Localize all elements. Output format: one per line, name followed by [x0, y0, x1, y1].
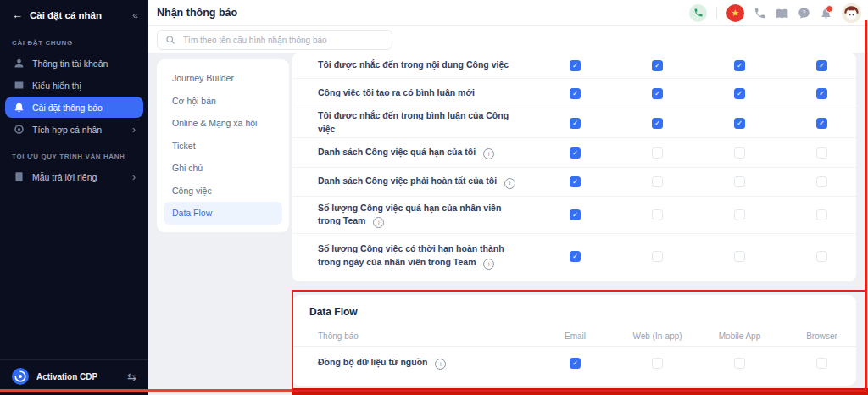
display-icon — [13, 80, 25, 92]
avatar[interactable] — [842, 3, 861, 23]
sidebar-item-display-style[interactable]: Kiểu hiển thị › — [5, 75, 143, 96]
checkbox-web-in-app-checked[interactable]: ✓ — [652, 88, 663, 99]
checkbox-web-in-app-checked[interactable]: ✓ — [652, 60, 663, 71]
sidebar-footer: Activation CDP ⇆ — [0, 359, 148, 395]
cell-web-in-app — [616, 209, 698, 220]
sidebar-item-account-info[interactable]: Thông tin tài khoản › — [5, 53, 143, 74]
table-row: Tôi được nhắc đến trong bình luận của Cô… — [292, 108, 856, 138]
checkbox-web-in-app-unchecked[interactable] — [652, 251, 663, 262]
checkbox-web-in-app-unchecked[interactable] — [652, 147, 663, 159]
checkbox-email-checked[interactable]: ✓ — [570, 88, 581, 99]
checkbox-browser-checked[interactable]: ✓ — [816, 118, 827, 129]
reply-template-icon — [13, 171, 25, 183]
search-box[interactable] — [157, 30, 392, 50]
sidebar-section-heading: CÀI ĐẶT CHUNG — [12, 39, 136, 47]
submenu-item-ticket[interactable]: Ticket — [164, 135, 282, 158]
notification-table-card: Tôi được nhắc đến trong nội dung Công vi… — [292, 53, 856, 281]
vietnam-flag-icon[interactable]: ★ — [726, 4, 744, 22]
page-title: Nhận thông báo — [157, 7, 237, 19]
cell-web-in-app — [616, 358, 698, 369]
switch-app-icon[interactable]: ⇆ — [127, 370, 136, 383]
column-header-mobile-app: Mobile App — [698, 331, 781, 341]
checkbox-browser-checked[interactable]: ✓ — [816, 60, 827, 71]
cell-mobile-app: ✓ — [698, 60, 781, 71]
checkbox-mobile-app-unchecked[interactable] — [734, 147, 745, 159]
info-icon[interactable]: i — [483, 259, 494, 270]
content-area: Journey BuilderCơ hội bánOnline & Mạng x… — [148, 53, 868, 395]
chevron-right-icon: › — [132, 171, 136, 183]
phone-icon[interactable] — [754, 7, 766, 19]
search-row — [148, 26, 868, 53]
call-icon[interactable] — [689, 4, 707, 22]
info-icon[interactable]: i — [483, 148, 494, 159]
notification-bell-icon[interactable] — [820, 7, 832, 19]
user-icon — [13, 58, 25, 70]
checkbox-web-in-app-unchecked[interactable] — [652, 358, 663, 369]
checkbox-mobile-app-unchecked[interactable] — [734, 209, 745, 220]
table-row: Tôi được nhắc đến trong nội dung Công vi… — [292, 53, 856, 79]
submenu-item-data-flow[interactable]: Data Flow — [164, 202, 282, 225]
activation-cdp-logo — [12, 368, 29, 385]
checkbox-email-checked[interactable]: ✓ — [570, 147, 581, 159]
checkbox-web-in-app-unchecked[interactable] — [652, 176, 663, 187]
checkbox-browser-unchecked[interactable] — [816, 358, 827, 369]
checkbox-web-in-app-checked[interactable]: ✓ — [652, 118, 663, 129]
cell-mobile-app — [698, 209, 781, 220]
activation-cdp-label[interactable]: Activation CDP — [36, 372, 120, 381]
checkbox-browser-unchecked[interactable] — [816, 147, 827, 159]
row-label: Số lượng Công việc có thời hạn hoàn thàn… — [292, 242, 534, 270]
checkbox-mobile-app-unchecked[interactable] — [734, 358, 745, 369]
back-arrow-icon[interactable]: ← — [12, 8, 23, 21]
cell-mobile-app — [698, 176, 781, 187]
cell-email: ✓ — [534, 147, 616, 159]
checkbox-mobile-app-checked[interactable]: ✓ — [734, 88, 745, 99]
checkbox-email-checked[interactable]: ✓ — [570, 176, 581, 187]
table-row: Danh sách Công việc quá hạn của tôi i ✓ — [292, 138, 856, 168]
submenu-item-journey-builder[interactable]: Journey Builder — [164, 67, 282, 90]
checkbox-email-checked[interactable]: ✓ — [570, 251, 581, 262]
checkbox-browser-unchecked[interactable] — [816, 209, 827, 220]
checkbox-email-checked[interactable]: ✓ — [570, 358, 581, 369]
table-row: Đồng bộ dữ liệu từ nguồn i ✓ — [292, 347, 856, 379]
cell-email: ✓ — [534, 251, 616, 262]
search-icon — [165, 35, 175, 45]
checkbox-web-in-app-unchecked[interactable] — [652, 209, 663, 220]
info-icon[interactable]: i — [504, 178, 515, 189]
submenu-item-co-hoi-ban[interactable]: Cơ hội bán — [164, 90, 282, 113]
checkbox-mobile-app-unchecked[interactable] — [734, 251, 745, 262]
info-icon[interactable]: i — [435, 359, 446, 370]
cell-email: ✓ — [534, 209, 616, 220]
cell-browser — [781, 358, 863, 369]
row-label: Số lượng Công việc quá hạn của nhân viên… — [292, 202, 534, 229]
row-label: Công việc tôi tạo ra có bình luận mới — [292, 86, 534, 100]
checkbox-browser-checked[interactable]: ✓ — [816, 88, 827, 99]
chevron-right-icon: › — [132, 124, 136, 136]
cell-web-in-app — [616, 147, 698, 159]
notification-badge — [826, 5, 833, 13]
sidebar-item-notification-settings[interactable]: Cài đặt thông báo › — [5, 97, 143, 118]
info-icon[interactable]: i — [373, 217, 384, 228]
column-header-web-in-app: Web (In-app) — [616, 331, 698, 341]
submenu-item-online-mang-xa-hoi[interactable]: Online & Mạng xã hội — [164, 112, 282, 135]
cell-browser: ✓ — [781, 118, 863, 129]
checkbox-email-checked[interactable]: ✓ — [570, 60, 581, 71]
checkbox-mobile-app-unchecked[interactable] — [734, 176, 745, 187]
checkbox-mobile-app-checked[interactable]: ✓ — [734, 118, 745, 129]
checkbox-browser-unchecked[interactable] — [816, 176, 827, 187]
row-label: Danh sách Công việc quá hạn của tôi i — [292, 146, 534, 159]
checkbox-email-checked[interactable]: ✓ — [570, 209, 581, 220]
sidebar-item-personal-integration[interactable]: Tích hợp cá nhân › — [5, 119, 143, 140]
checkbox-mobile-app-checked[interactable]: ✓ — [734, 60, 745, 71]
cell-email: ✓ — [534, 358, 616, 369]
sidebar-item-private-reply-template[interactable]: Mẫu trả lời riêng › — [5, 166, 143, 187]
checkbox-browser-unchecked[interactable] — [816, 251, 827, 262]
cell-browser — [781, 147, 863, 159]
sidebar-section-heading: TỐI ƯU QUY TRÌNH VẬN HÀNH — [12, 153, 136, 160]
collapse-sidebar-icon[interactable]: « — [132, 9, 138, 21]
search-input[interactable] — [181, 35, 384, 46]
handbook-icon[interactable] — [776, 7, 788, 19]
submenu-item-cong-viec[interactable]: Công việc — [164, 180, 282, 203]
submenu-item-ghi-chu[interactable]: Ghi chú — [164, 157, 282, 180]
checkbox-email-checked[interactable]: ✓ — [570, 118, 581, 129]
help-icon[interactable]: ? — [798, 7, 810, 19]
